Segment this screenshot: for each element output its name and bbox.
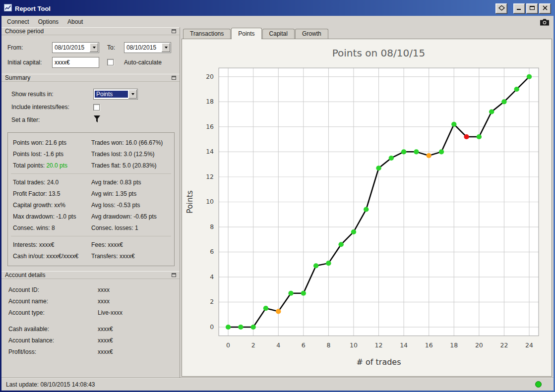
- account-details-title: Account details: [5, 272, 45, 279]
- cash-available-label: Cash available:: [8, 326, 98, 333]
- summary-stats: Points won: 21.6 pts Trades won: 16.0 (6…: [7, 132, 175, 266]
- trades-flat-stat: Trades flat: 5.0 (20.83%): [91, 162, 174, 169]
- choose-period-panel: Choose period From: 08/10/2015 To: [1, 27, 180, 74]
- points-chart: 02468101214161820222402468101214161820Po…: [182, 39, 552, 376]
- capital-growth-stat: Capital growth: xx%: [13, 202, 91, 209]
- close-button[interactable]: [539, 3, 551, 14]
- avg-drawdown-stat: Avg drawdown: -0.65 pts: [91, 213, 174, 220]
- account-type-label: Account type:: [8, 309, 98, 316]
- float-panel-button[interactable]: [172, 74, 176, 81]
- svg-text:4: 4: [210, 274, 214, 280]
- profit-loss-value: xxxx€: [98, 348, 113, 355]
- tab-bar: Transactions Points Capital Growth: [182, 27, 552, 39]
- account-id-value: xxxx: [98, 286, 110, 293]
- account-balance-value: xxxx€: [98, 337, 113, 344]
- consec-losses-stat: Consec. losses: 1: [91, 224, 174, 231]
- chevron-down-icon[interactable]: [128, 90, 137, 99]
- svg-text:18: 18: [450, 342, 458, 349]
- svg-text:0: 0: [226, 342, 230, 349]
- tab-transactions[interactable]: Transactions: [183, 29, 231, 39]
- menubar: Connect Options About: [1, 16, 554, 27]
- menu-about[interactable]: About: [63, 17, 87, 26]
- menu-options[interactable]: Options: [34, 17, 63, 26]
- float-window-icon: [172, 272, 176, 279]
- right-panel: Transactions Points Capital Growth 02468…: [180, 27, 554, 378]
- titlebar[interactable]: Report Tool: [1, 1, 554, 16]
- svg-text:# of trades: # of trades: [357, 357, 401, 367]
- cash-available-value: xxxx€: [98, 326, 113, 333]
- svg-text:6: 6: [210, 248, 214, 255]
- account-type-value: Live-xxxx: [98, 309, 123, 316]
- show-results-value: Points: [95, 91, 128, 98]
- svg-text:4: 4: [276, 342, 280, 349]
- to-date-select[interactable]: 08/10/2015: [124, 42, 171, 53]
- camera-icon[interactable]: [540, 18, 553, 26]
- points-won-stat: Points won: 21.6 pts: [13, 139, 91, 146]
- minimize-icon: [516, 5, 522, 12]
- float-window-icon: [172, 28, 176, 35]
- trades-won-stat: Trades won: 16.0 (66.67%): [91, 139, 174, 146]
- account-id-label: Account ID:: [8, 286, 98, 293]
- svg-text:16: 16: [206, 123, 214, 130]
- account-details-panel: Account details Account ID:xxxx Account …: [1, 271, 180, 378]
- svg-text:20: 20: [475, 342, 483, 349]
- total-trades-stat: Total trades: 24.0: [13, 179, 91, 186]
- choose-period-title: Choose period: [5, 28, 44, 35]
- auto-calculate-checkbox[interactable]: [107, 59, 114, 65]
- menu-connect[interactable]: Connect: [2, 17, 34, 26]
- summary-title: Summary: [5, 74, 30, 81]
- from-date-value: 08/10/2015: [53, 44, 90, 51]
- include-interests-checkbox[interactable]: [93, 104, 100, 111]
- last-update-text: Last update: 08/10/2015 14:08:43: [6, 381, 95, 388]
- app-icon: [4, 4, 12, 13]
- tab-capital[interactable]: Capital: [262, 29, 295, 39]
- svg-text:10: 10: [350, 342, 358, 349]
- svg-text:20: 20: [206, 73, 214, 80]
- float-window-icon: [172, 74, 176, 81]
- svg-text:16: 16: [425, 342, 433, 349]
- interests-stat: Interests: xxxx€: [13, 241, 91, 248]
- svg-text:12: 12: [375, 342, 383, 349]
- svg-text:8: 8: [326, 342, 330, 349]
- account-balance-label: Account balance:: [8, 337, 98, 344]
- tab-growth[interactable]: Growth: [295, 29, 328, 39]
- profit-factor-stat: Profit Factor: 13.5: [13, 190, 91, 197]
- fees-stat: Fees: xxxx€: [91, 241, 174, 248]
- svg-text:18: 18: [206, 98, 214, 105]
- window-title: Report Tool: [15, 5, 51, 12]
- from-date-select[interactable]: 08/10/2015: [52, 42, 99, 53]
- total-points-stat: Total points: 20.0 pts: [13, 162, 91, 169]
- detach-button[interactable]: [495, 3, 507, 14]
- tab-points[interactable]: Points: [231, 28, 261, 39]
- total-points-label: Total points:: [13, 162, 45, 169]
- report-tool-window: Report Tool Connect Options Ab: [0, 0, 555, 392]
- initial-capital-input[interactable]: [52, 57, 99, 68]
- minimize-button[interactable]: [513, 3, 525, 14]
- chevron-down-icon[interactable]: [90, 43, 98, 52]
- account-details-header: Account details: [1, 271, 180, 279]
- filter-icon[interactable]: [93, 115, 101, 125]
- stats-divider: [11, 236, 171, 236]
- svg-text:24: 24: [525, 342, 533, 349]
- total-points-value: 20.0 pts: [46, 162, 67, 169]
- chevron-down-icon[interactable]: [162, 43, 170, 52]
- account-name-label: Account name:: [8, 298, 98, 305]
- include-interests-label: Include interests/fees:: [11, 104, 93, 111]
- consec-wins-stat: Consec. wins: 8: [13, 224, 91, 231]
- svg-text:22: 22: [500, 342, 508, 349]
- svg-text:Points: Points: [185, 190, 194, 214]
- set-filter-label: Set a filter:: [11, 116, 93, 123]
- avg-loss-stat: Avg loss: -0.53 pts: [91, 202, 174, 209]
- maximize-button[interactable]: [526, 3, 538, 14]
- float-panel-button[interactable]: [172, 272, 176, 279]
- svg-text:2: 2: [210, 298, 214, 305]
- initial-capital-label: Initial capital:: [7, 59, 52, 66]
- svg-text:6: 6: [302, 342, 306, 349]
- close-icon: [542, 5, 548, 12]
- svg-text:2: 2: [251, 342, 255, 349]
- float-panel-button[interactable]: [172, 28, 176, 35]
- svg-text:10: 10: [206, 198, 214, 205]
- show-results-select[interactable]: Points: [93, 89, 138, 100]
- status-indicator: [535, 381, 542, 388]
- max-drawdown-stat: Max drawdown: -1.0 pts: [13, 213, 91, 220]
